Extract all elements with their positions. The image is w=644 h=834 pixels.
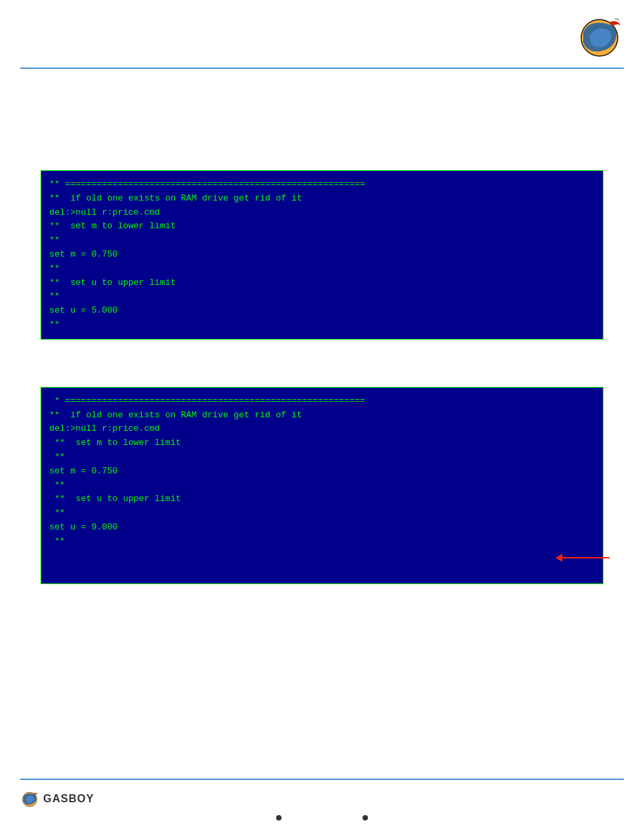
footer-brand-name: GASBOY bbox=[43, 793, 94, 805]
bottom-divider bbox=[20, 779, 624, 780]
arrow-head-icon bbox=[556, 554, 562, 562]
intro-text-area bbox=[41, 103, 603, 157]
footer-dot-2 bbox=[363, 815, 368, 820]
mid-spacer bbox=[41, 353, 603, 373]
gasboy-logo-icon: ™ bbox=[575, 12, 624, 61]
header-logo: ™ bbox=[575, 12, 624, 61]
header: ™ bbox=[0, 0, 644, 68]
svg-text:™: ™ bbox=[614, 18, 619, 22]
code-block-2: * ======================================… bbox=[41, 387, 603, 584]
footer-dot-1 bbox=[276, 815, 281, 820]
content-area: ** =====================================… bbox=[0, 89, 644, 611]
arrow-line bbox=[562, 557, 610, 558]
code-block-1: ** =====================================… bbox=[41, 170, 603, 340]
footer-logo-icon bbox=[20, 789, 39, 808]
footer-dots bbox=[20, 815, 624, 820]
arrow-annotation bbox=[556, 554, 610, 562]
footer-logo-area: GASBOY bbox=[20, 789, 94, 808]
top-divider bbox=[20, 68, 624, 69]
footer: GASBOY bbox=[0, 783, 644, 827]
